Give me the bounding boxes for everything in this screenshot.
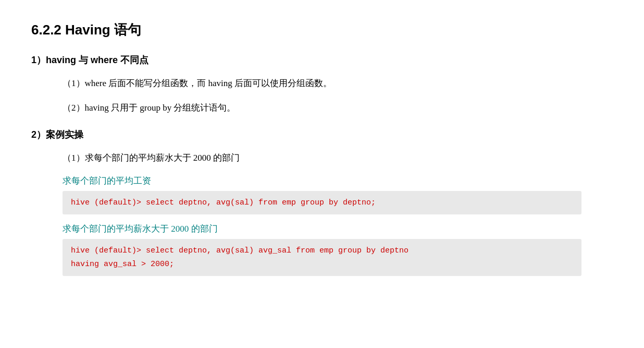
section-1-item-2: （2）having 只用于 group by 分组统计语句。 bbox=[63, 100, 613, 116]
section-1: 1）having 与 where 不同点 （1）where 后面不能写分组函数，… bbox=[31, 54, 613, 116]
section-1-item-1: （1）where 后面不能写分组函数，而 having 后面可以使用分组函数。 bbox=[63, 76, 613, 92]
teal-label-avg-wage: 求每个部门的平均工资 bbox=[31, 175, 613, 187]
teal-label-avg-sal-over-2000: 求每个部门的平均薪水大于 2000 的部门 bbox=[31, 223, 613, 235]
page-title: 6.2.2 Having 语句 bbox=[31, 21, 613, 39]
code-text-1: hive (default)> select deptno, avg(sal) … bbox=[71, 198, 376, 207]
subsection-2-1-intro: （1）求每个部门的平均薪水大于 2000 的部门 bbox=[31, 150, 613, 166]
code-block-avg-sal-over-2000: hive (default)> select deptno, avg(sal) … bbox=[63, 239, 581, 276]
code-line-2: having avg_sal > 2000; bbox=[71, 258, 573, 271]
section-2: 2）案例实操 （1）求每个部门的平均薪水大于 2000 的部门 求每个部门的平均… bbox=[31, 128, 613, 276]
code-line-1: hive (default)> select deptno, avg(sal) … bbox=[71, 244, 573, 258]
section-1-items: （1）where 后面不能写分组函数，而 having 后面可以使用分组函数。 … bbox=[31, 76, 613, 116]
section-2-title: 2）案例实操 bbox=[31, 128, 613, 141]
code-block-avg-wage: hive (default)> select deptno, avg(sal) … bbox=[63, 191, 581, 215]
section-1-title: 1）having 与 where 不同点 bbox=[31, 54, 613, 66]
